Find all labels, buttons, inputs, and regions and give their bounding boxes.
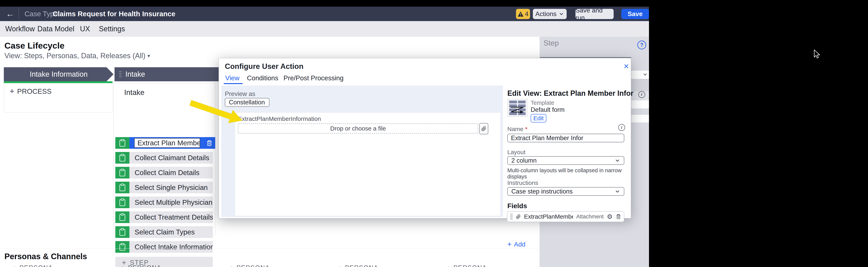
question-glyph: ? bbox=[640, 42, 644, 48]
file-dropzone[interactable]: Drop or choose a file bbox=[238, 124, 478, 133]
help-icon[interactable]: ? bbox=[637, 40, 646, 49]
save-and-run-button[interactable]: Save and run bbox=[576, 9, 614, 19]
step-label: Collect Intake Information bbox=[129, 241, 213, 253]
edit-template-button[interactable]: Edit bbox=[531, 114, 546, 123]
preview-as-select[interactable]: Constellation bbox=[225, 98, 270, 107]
step-type-block bbox=[115, 152, 129, 164]
plus-icon: + bbox=[10, 87, 14, 96]
drag-handle-icon bbox=[119, 71, 122, 78]
personas-heading: Personas & Channels bbox=[4, 252, 87, 261]
step-collect-intake-information[interactable]: Collect Intake Information bbox=[115, 241, 213, 253]
step-collect-treatment-details[interactable]: Collect Treatment Details bbox=[115, 211, 213, 223]
chevron-down-icon bbox=[265, 100, 266, 105]
warning-triangle-icon bbox=[518, 11, 524, 17]
field-settings-button[interactable]: ⚙ bbox=[607, 213, 613, 221]
clipboard-icon bbox=[119, 243, 126, 251]
step-type-block bbox=[115, 167, 129, 178]
modal-tab-pre-post-processing[interactable]: Pre/Post Processing bbox=[283, 74, 344, 82]
name-label: Name * bbox=[507, 126, 527, 133]
tab-workflow[interactable]: Workflow bbox=[5, 21, 35, 37]
template-label: Template bbox=[531, 100, 554, 106]
actions-label: Actions bbox=[535, 10, 557, 18]
delete-step-button[interactable] bbox=[205, 139, 214, 147]
step-collect-claim-details[interactable]: Collect Claim Details bbox=[115, 167, 213, 178]
clipboard-icon bbox=[119, 154, 126, 162]
step-extract-plan-member[interactable] bbox=[115, 137, 215, 149]
process-label: Intake bbox=[124, 88, 145, 97]
attach-file-button[interactable] bbox=[479, 123, 488, 134]
warnings-badge[interactable]: 4 bbox=[516, 9, 530, 19]
add-persona-button[interactable]: + PERSONA bbox=[12, 264, 53, 267]
edit-button-label: Edit bbox=[533, 115, 544, 122]
field-delete-button[interactable] bbox=[616, 213, 621, 220]
add-process-button[interactable]: + PROCESS bbox=[10, 87, 52, 96]
drag-handle-icon[interactable] bbox=[510, 213, 513, 220]
step-select-single-physician[interactable]: Select Single Physician bbox=[115, 182, 213, 193]
tab-data-model[interactable]: Data Model bbox=[37, 21, 74, 37]
clipboard-icon bbox=[119, 169, 126, 177]
back-arrow-icon: ← bbox=[6, 9, 14, 19]
field-type-badge: Attachment bbox=[576, 213, 604, 220]
back-button[interactable]: ← bbox=[4, 7, 16, 21]
view-filter[interactable]: View: Steps, Personas, Data, Releases (A… bbox=[4, 52, 150, 60]
obscured-field-fragment bbox=[631, 108, 649, 115]
step-type-block bbox=[115, 226, 129, 238]
add-persona-button[interactable]: + PERSONA bbox=[121, 264, 161, 267]
stage-intake-information[interactable]: Intake Information bbox=[4, 67, 121, 81]
step-select-multiple-physician[interactable]: Select Multiple Physician bbox=[115, 197, 213, 208]
plus-icon: + bbox=[229, 264, 233, 267]
step-collect-claimant-details[interactable]: Collect Claimant Details bbox=[115, 152, 213, 164]
step-type-block bbox=[115, 211, 129, 223]
step-type-block bbox=[115, 241, 129, 253]
add-persona-label: PERSONA bbox=[454, 264, 487, 267]
mouse-cursor bbox=[814, 49, 820, 59]
view-name-input[interactable] bbox=[507, 134, 624, 142]
edit-view-title-text: Edit View: Extract Plan Member Infor bbox=[507, 89, 633, 97]
nav-tab-bar: Workflow Data Model UX Settings bbox=[0, 21, 649, 37]
modal-tab-conditions[interactable]: Conditions bbox=[247, 74, 278, 82]
warning-count: 4 bbox=[525, 10, 529, 18]
field-row[interactable]: ExtractPlanMemberInformation Attachment … bbox=[507, 211, 624, 222]
modal-tab-view[interactable]: View bbox=[225, 74, 240, 82]
plus-icon: + bbox=[121, 264, 125, 267]
tab-ux[interactable]: UX bbox=[80, 21, 90, 37]
modal-active-tab-underline bbox=[224, 83, 243, 84]
field-name: ExtractPlanMemberInformation bbox=[524, 213, 573, 220]
stage-intake[interactable]: Intake bbox=[115, 67, 220, 81]
step-select-claim-types[interactable]: Select Claim Types bbox=[115, 226, 213, 238]
top-bar: ← Case Type: Claims Request for Health I… bbox=[0, 7, 649, 21]
step-label: Collect Claimant Details bbox=[129, 152, 213, 164]
add-field-label: Add bbox=[514, 241, 525, 248]
tab-settings[interactable]: Settings bbox=[99, 21, 125, 37]
layout-select[interactable]: 2 column bbox=[507, 156, 624, 165]
actions-button[interactable]: Actions bbox=[533, 9, 567, 19]
add-field-button[interactable]: + Add bbox=[507, 240, 525, 248]
step-panel-title: Step bbox=[544, 39, 559, 47]
add-persona-button[interactable]: + PERSONA bbox=[229, 264, 270, 267]
name-label-text: Name bbox=[507, 126, 523, 132]
add-persona-button[interactable]: + PERSONA bbox=[446, 264, 487, 267]
info-icon[interactable]: i bbox=[618, 124, 625, 131]
trash-icon bbox=[206, 139, 212, 147]
caret-down-icon: ▾ bbox=[148, 53, 150, 59]
close-icon[interactable]: × bbox=[624, 62, 629, 71]
form-preview-panel: ExtractPlanMemberInformation Drop or cho… bbox=[235, 112, 500, 216]
plus-icon: + bbox=[12, 264, 16, 267]
stage2-card: Intake bbox=[114, 83, 215, 235]
stage-name: Intake bbox=[125, 70, 145, 78]
instructions-select[interactable]: Case step instructions bbox=[507, 187, 624, 196]
preview-as-value: Constellation bbox=[229, 99, 265, 106]
step-name-input[interactable] bbox=[134, 138, 200, 148]
plus-icon: + bbox=[338, 264, 342, 267]
info-icon[interactable]: i bbox=[638, 91, 645, 98]
required-marker: * bbox=[525, 126, 527, 132]
save-button[interactable]: Save bbox=[621, 9, 649, 19]
chevron-down-icon bbox=[642, 72, 648, 77]
add-persona-label: PERSONA bbox=[345, 264, 378, 267]
edit-view-title: Edit View: Extract Plan Member Infor i bbox=[507, 89, 645, 98]
clipboard-icon bbox=[119, 213, 126, 221]
clipboard-icon bbox=[119, 228, 126, 236]
step-type-block bbox=[115, 182, 129, 193]
add-persona-button[interactable]: + PERSONA bbox=[338, 264, 378, 267]
info-glyph: i bbox=[641, 92, 642, 97]
